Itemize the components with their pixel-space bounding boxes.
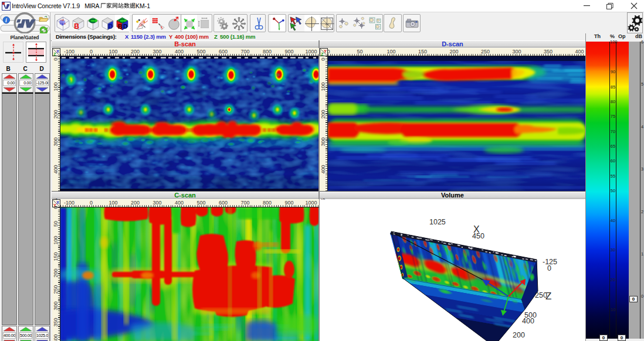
svg-text:D: D	[123, 23, 128, 30]
svg-text:D: D	[109, 23, 113, 30]
svg-text:0: 0	[547, 264, 551, 272]
svg-text:wcl: wcl	[325, 23, 329, 26]
svg-text:1025: 1025	[429, 218, 446, 226]
svg-text:200: 200	[513, 331, 525, 339]
svg-text:X: X	[56, 200, 59, 205]
svg-text:B: B	[118, 23, 123, 30]
svg-text:B: B	[74, 22, 79, 30]
svg-text:Z: Z	[53, 52, 56, 56]
svg-text:Z: Z	[321, 52, 324, 56]
svg-text:i: i	[5, 17, 7, 23]
svg-text:400: 400	[522, 317, 534, 325]
svg-text:X: X	[56, 49, 59, 54]
svg-text:Y: Y	[324, 49, 327, 54]
svg-text:X: X	[473, 224, 480, 234]
svg-text:Z: Z	[545, 291, 551, 302]
